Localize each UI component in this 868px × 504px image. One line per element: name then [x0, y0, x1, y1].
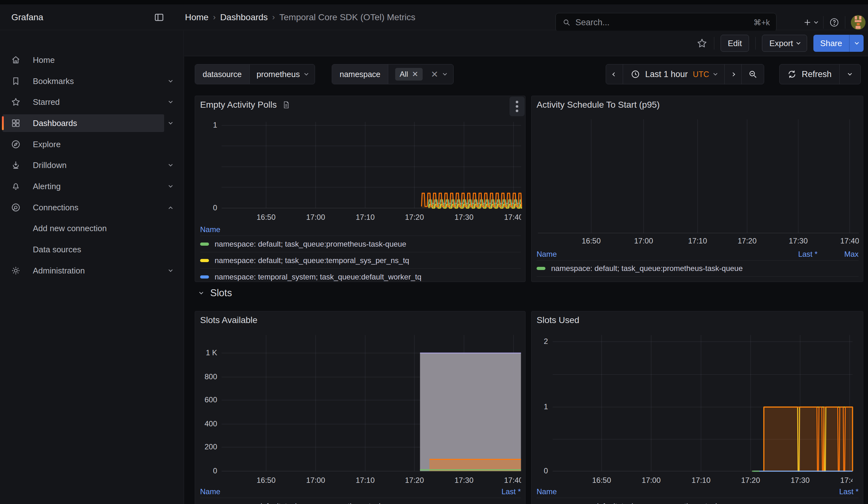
breadcrumb-home[interactable]: Home: [185, 12, 209, 22]
x-axis-tick: 17:30: [789, 237, 808, 245]
legend-row[interactable]: namespace: default; task_queue:temporal_…: [200, 252, 521, 268]
connections-icon: [10, 202, 21, 213]
zoom-out-button[interactable]: [742, 64, 764, 84]
add-button[interactable]: [803, 18, 817, 27]
time-range-label: Last 1 hour: [645, 70, 688, 79]
divider: [714, 37, 714, 50]
remove-value-icon[interactable]: ✕: [412, 70, 418, 79]
chevron-down-icon[interactable]: [164, 264, 177, 277]
x-axis: 16:50 17:00 17:10 17:20 17:30 17:40: [221, 213, 521, 224]
panel-description-icon[interactable]: [282, 101, 291, 109]
refresh-icon: [787, 70, 797, 79]
refresh-label: Refresh: [802, 70, 832, 79]
legend-row[interactable]: namespace: default; task_queue:prometheu…: [200, 498, 521, 504]
namespace-picker[interactable]: All ✕ ✕: [388, 64, 453, 84]
refresh-button[interactable]: Refresh: [779, 64, 840, 84]
time-range-picker[interactable]: Last 1 hour UTC: [623, 64, 725, 84]
sidebar-toggle-icon[interactable]: [154, 10, 164, 24]
panel-title[interactable]: Empty Activity Polls: [200, 100, 291, 110]
x-axis-tick: 17:00: [642, 476, 661, 485]
user-avatar[interactable]: [851, 15, 866, 30]
panel-title-text: Slots Available: [200, 315, 258, 325]
app-name: Grafana: [11, 12, 43, 22]
panel-title[interactable]: Slots Available: [200, 315, 258, 325]
sidebar-item-connections[interactable]: Connections: [2, 199, 164, 216]
chevron-down-icon[interactable]: [164, 75, 177, 88]
x-axis-tick: 17:20: [405, 213, 424, 222]
legend-column-last[interactable]: Last *: [817, 487, 859, 496]
share-button[interactable]: Share: [813, 35, 849, 52]
legend-row[interactable]: namespace: default; task_queue:prometheu…: [537, 498, 859, 504]
panel-slots-available: Slots Available 1 K 800 600 400 200 0 16…: [195, 311, 526, 504]
chevron-up-icon[interactable]: [164, 201, 177, 214]
time-shift-forward-button[interactable]: [725, 64, 742, 84]
sidebar-item-data-sources[interactable]: Data sources: [2, 240, 164, 258]
panel-title[interactable]: Activity Schedule To Start (p95): [537, 100, 660, 110]
chevron-down-icon[interactable]: [164, 159, 177, 172]
legend-column-name[interactable]: Name: [537, 487, 817, 496]
panel-slots-used: Slots Used 2 1 0 16:50 17:00 17:10 17:20…: [531, 311, 863, 504]
sidebar-item-label: Administration: [33, 266, 85, 276]
y-axis-tick: 200: [195, 442, 217, 451]
search-box[interactable]: ⌘+k: [556, 13, 776, 32]
datasource-variable: datasource prometheus: [195, 64, 315, 84]
edit-button[interactable]: Edit: [721, 35, 749, 52]
sidebar-item-dashboards[interactable]: Dashboards: [2, 114, 164, 132]
help-button[interactable]: [829, 17, 839, 28]
sidebar-item-home[interactable]: Home: [2, 51, 164, 69]
export-label: Export: [769, 39, 793, 48]
export-button[interactable]: Export: [762, 35, 807, 52]
legend-column-last[interactable]: Last *: [776, 250, 817, 259]
legend-row[interactable]: namespace: default; task_queue:prometheu…: [200, 236, 521, 252]
zoom-out-icon: [748, 69, 758, 79]
clear-all-icon[interactable]: ✕: [431, 69, 438, 80]
breadcrumb-dashboards[interactable]: Dashboards: [220, 12, 268, 22]
chevron-down-icon[interactable]: [164, 96, 177, 108]
sidebar-item-alerting[interactable]: Alerting: [2, 177, 164, 195]
legend-row[interactable]: namespace: default; task_queue:prometheu…: [537, 260, 859, 277]
y-axis-tick: 2: [531, 337, 548, 346]
row-title: Slots: [210, 287, 232, 299]
panel-menu-button[interactable]: [509, 96, 525, 116]
panel-legend: Name Last * Max namespace: default; task…: [537, 248, 859, 277]
legend-column-max[interactable]: Max: [817, 250, 859, 259]
x-axis-tick: 17:00: [306, 476, 325, 485]
search-input[interactable]: [576, 18, 749, 28]
slots-available-chart[interactable]: [195, 311, 526, 504]
sidebar-item-starred[interactable]: Starred: [2, 93, 164, 111]
sidebar-item-administration[interactable]: Administration: [2, 262, 164, 279]
legend-header: Name Last *: [537, 486, 859, 498]
namespace-chip[interactable]: All ✕: [395, 68, 423, 81]
row-slots[interactable]: Slots: [200, 287, 232, 299]
series-name: namespace: default; task_queue:prometheu…: [215, 240, 521, 248]
search-icon: [562, 18, 571, 27]
datasource-picker[interactable]: prometheus: [250, 64, 315, 84]
panel-title[interactable]: Slots Used: [537, 315, 579, 325]
chevron-down-icon[interactable]: [164, 180, 177, 193]
sidebar-item-drilldown[interactable]: Drilldown: [2, 156, 164, 174]
share-menu-button[interactable]: [849, 35, 864, 52]
slots-used-chart[interactable]: [531, 311, 863, 504]
sidebar-item-bookmarks[interactable]: Bookmarks: [2, 72, 164, 90]
favorite-star-button[interactable]: [696, 38, 707, 49]
legend-column-name[interactable]: Name: [200, 225, 521, 234]
legend-column-name[interactable]: Name: [200, 487, 480, 496]
legend-row[interactable]: namespace: temporal_system; task_queue:d…: [200, 268, 521, 282]
x-axis-tick: 17:40: [840, 237, 859, 245]
legend-column-last[interactable]: Last *: [480, 487, 521, 496]
x-axis-tick: 17:40: [840, 476, 852, 485]
bookmark-icon: [10, 75, 21, 87]
breadcrumb-current: Temporal Core SDK (OTel) Metrics: [279, 12, 415, 22]
refresh-interval-button[interactable]: [840, 64, 860, 84]
series-name: namespace: temporal_system; task_queue:d…: [215, 272, 521, 281]
chevron-down-icon[interactable]: [164, 117, 177, 130]
share-label: Share: [820, 39, 842, 48]
sidebar-item-explore[interactable]: Explore: [2, 135, 164, 153]
time-shift-back-button[interactable]: [606, 64, 623, 84]
chevron-down-icon: [304, 71, 308, 75]
series-color-pill: [200, 275, 209, 278]
sidebar-item-add-new-connection[interactable]: Add new connection: [2, 219, 164, 237]
y-axis-tick: 400: [195, 419, 217, 428]
series-name: namespace: default; task_queue:prometheu…: [551, 264, 776, 273]
legend-column-name[interactable]: Name: [537, 250, 776, 259]
